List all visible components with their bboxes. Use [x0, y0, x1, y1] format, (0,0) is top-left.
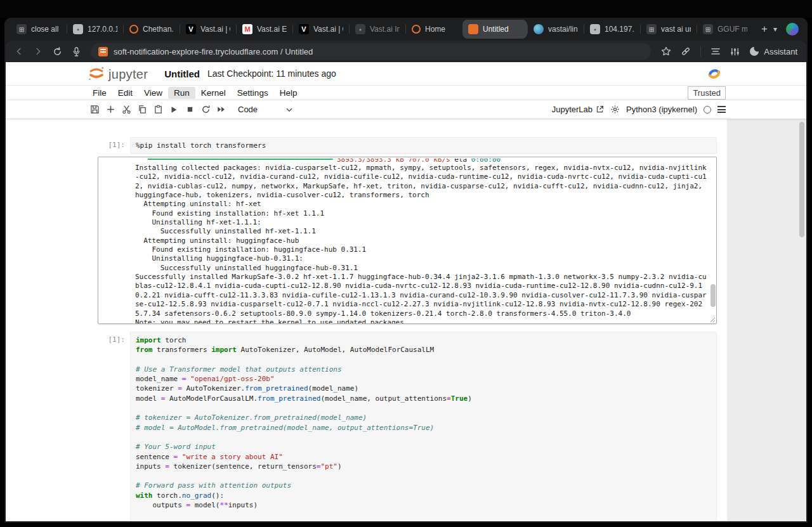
- menu-view[interactable]: View: [138, 87, 168, 99]
- profile-avatar[interactable]: [786, 23, 799, 36]
- code-line: from transformers import AutoTokenizer, …: [136, 345, 711, 355]
- tab-label: close all t: [31, 25, 61, 34]
- code-editor[interactable]: %pip install torch transformers: [130, 137, 717, 154]
- cut-cells-button[interactable]: [119, 103, 134, 117]
- code-line: inputs = tokenizer(sentence, return_tens…: [136, 462, 711, 471]
- code-line: %pip install torch transformers: [136, 141, 711, 151]
- restart-kernel-icon: [201, 105, 211, 114]
- output-resize-handle[interactable]: [710, 317, 716, 323]
- restart-run-all-button[interactable]: [214, 103, 229, 117]
- browser-tab[interactable]: MVast.ai Em: [237, 20, 292, 39]
- tab-search-chevron-icon[interactable]: ▾: [773, 25, 777, 34]
- share-link-icon[interactable]: [681, 46, 691, 56]
- browser-tab[interactable]: ⊞vast ai un: [641, 20, 697, 39]
- interrupt-kernel-button[interactable]: [182, 103, 197, 117]
- browser-tab[interactable]: ⊞close all t: [11, 20, 67, 39]
- back-icon[interactable]: [15, 47, 23, 56]
- tab-label: Vast.ai Ins: [370, 25, 400, 34]
- insert-cell-icon: [106, 105, 115, 114]
- code-line: [136, 403, 711, 413]
- menu-kernel[interactable]: Kernel: [195, 87, 232, 99]
- output-line: Attempting uninstall: huggingface-hub: [135, 237, 710, 245]
- browser-tab[interactable]: Chethan.: [124, 20, 180, 39]
- browser-tab[interactable]: ▪104.197.2: [584, 20, 640, 39]
- menu-file[interactable]: File: [87, 87, 112, 99]
- toolbar-right: JupyterLab Python3 (ipykernel): [552, 105, 726, 114]
- output-line: blas-cu12-12.8.4.1 nvidia-cuda-cupti-cu1…: [135, 282, 710, 290]
- menu-run[interactable]: Run: [168, 87, 195, 99]
- browser-tab[interactable]: Home: [406, 20, 462, 39]
- output-line: 0.2.21 nvidia-cufft-cu12-11.3.3.83 nvidi…: [135, 291, 710, 300]
- tuner-icon[interactable]: [730, 47, 740, 56]
- url-text[interactable]: soft-notification-explore-fire.trycloudf…: [114, 47, 313, 56]
- insert-cell-button[interactable]: [103, 103, 118, 117]
- paste-cells-button[interactable]: [150, 103, 166, 117]
- tab-label: 104.197.2: [605, 25, 634, 34]
- code-line: # Forward pass with attention outputs: [136, 481, 711, 490]
- cut-cells-icon: [122, 105, 131, 114]
- output-scrollbar-thumb[interactable]: [710, 284, 716, 307]
- browser-tab[interactable]: ⊞GGUF mo: [697, 20, 753, 39]
- output-line: Attempting uninstall: hf-xet: [135, 200, 710, 209]
- notebook-title[interactable]: Untitled: [164, 68, 200, 79]
- code-line: [136, 471, 711, 481]
- mic-icon[interactable]: [72, 47, 81, 56]
- macos-menubar-strip: [0, 0, 812, 18]
- copy-cells-button[interactable]: [134, 103, 150, 117]
- notebook-header: jupyter Untitled Last Checkpoint: 11 min…: [6, 62, 806, 86]
- jupyter-favicon: [468, 24, 478, 34]
- output-line: Note: you may need to restart the kernel…: [135, 318, 710, 324]
- tab-label: Vast.ai | C: [313, 25, 343, 34]
- code-cell: [1]: import torchfrom transformers impor…: [6, 332, 806, 521]
- trusted-badge[interactable]: Trusted: [688, 86, 726, 100]
- checkpoint-text: Last Checkpoint: 11 minutes ago: [207, 68, 336, 79]
- output-line: Successfully uninstalled hf-xet-1.1.1: [135, 227, 710, 236]
- browser-tab[interactable]: VVast.ai | C: [180, 20, 236, 39]
- jupyter-logo[interactable]: jupyter: [87, 65, 148, 82]
- page-scrollbar-thumb[interactable]: [799, 122, 804, 237]
- bookmark-star-icon[interactable]: [661, 46, 671, 56]
- cell-output-scrollbox[interactable]: ━━━━━━━━━━━━━━━━━━━━━━━━━━━━━━━━━━━━━━━━…: [98, 157, 717, 324]
- assistant-button[interactable]: Assistant: [749, 46, 797, 56]
- notebook-body: [1]: %pip install torch transformers ━━━…: [6, 119, 806, 521]
- jupyterlab-link[interactable]: JupyterLab: [552, 105, 604, 114]
- tab-label: Home: [425, 25, 445, 34]
- cell-type-dropdown[interactable]: Code: [238, 105, 293, 114]
- grid-dark-favicon: ⊞: [646, 24, 657, 34]
- run-cell-button[interactable]: [166, 103, 181, 117]
- save-button[interactable]: [87, 103, 102, 117]
- menu-help[interactable]: Help: [274, 87, 303, 99]
- menu-settings[interactable]: Settings: [232, 87, 274, 99]
- restart-kernel-button[interactable]: [198, 103, 213, 117]
- notebook-header-icon: [707, 67, 721, 81]
- forward-icon[interactable]: [34, 47, 43, 56]
- browser-window: ⊞close all t▪127.0.0.1Chethan.VVast.ai |…: [4, 18, 808, 523]
- output-line: -cu12, nvidia-nccl-cu12, nvidia-curand-c…: [135, 172, 710, 181]
- code-line: # tokenizer = AutoTokenizer.from_pretrai…: [136, 413, 711, 422]
- browser-tab[interactable]: VVast.ai | C: [293, 20, 349, 39]
- code-editor[interactable]: import torchfrom transformers import Aut…: [130, 332, 717, 521]
- new-tab-button[interactable]: +: [756, 21, 773, 37]
- output-text: ━━━━━━━━━━━━━━━━━━━━━━━━━━━━━━━━━━━━━━━━…: [98, 157, 716, 324]
- code-line: # Your 5-word input: [136, 442, 711, 452]
- browser-tab[interactable]: ▪Vast.ai Ins: [350, 20, 405, 39]
- gear-icon[interactable]: [610, 105, 620, 114]
- kernel-name[interactable]: Python3 (ipykernel): [626, 105, 697, 114]
- browser-tab[interactable]: vastai/linu: [528, 20, 584, 39]
- tab-label: vastai/linu: [548, 25, 578, 34]
- code-line: # Use a Transformer model that outputs a…: [136, 365, 711, 374]
- hamburger-menu-icon[interactable]: [717, 106, 726, 113]
- chevron-down-icon: [285, 106, 293, 114]
- code-line: model = AutoModelForCausalLM.from_pretra…: [136, 394, 711, 403]
- browser-tab[interactable]: ▪127.0.0.1: [67, 20, 123, 39]
- menu-edit[interactable]: Edit: [112, 87, 138, 99]
- screen: ⊞close all t▪127.0.0.1Chethan.VVast.ai |…: [0, 0, 812, 527]
- reading-list-icon[interactable]: [710, 48, 721, 55]
- v-black-favicon: V: [186, 24, 196, 34]
- reload-icon[interactable]: [53, 47, 62, 56]
- output-line: huggingface-hub, tokenizers, nvidia-cuso…: [135, 191, 710, 200]
- toolbar-icons: [87, 103, 229, 117]
- url-pill[interactable]: soft-notification-explore-fire.trycloudf…: [91, 43, 651, 60]
- browser-tab[interactable]: Untitled: [462, 20, 527, 39]
- code-line: [136, 510, 711, 519]
